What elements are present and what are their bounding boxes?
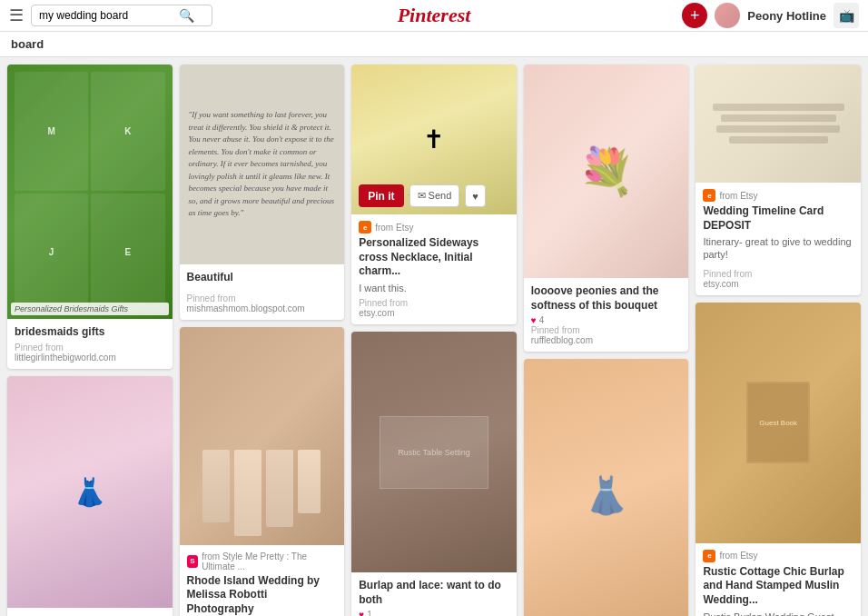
main-content: M K J E Personalized Bridesmaids Gifts b…: [0, 57, 868, 616]
etsy-badge: e: [359, 221, 371, 233]
source-from: from Etsy: [719, 551, 757, 561]
source-from: from Style Me Pretty : The Ultimate ...: [202, 551, 337, 571]
pin-source-row: e from Etsy: [703, 550, 853, 562]
notification-icon[interactable]: 📺: [833, 3, 859, 28]
pin-body: e from Etsy Personalized Sideways cross …: [351, 214, 517, 324]
pin-it-button[interactable]: Pin it: [359, 184, 403, 207]
pin-desc: I want this.: [359, 282, 509, 294]
pin-source-label: Pinned from: [187, 293, 338, 303]
pin-title: Beautiful: [187, 271, 338, 285]
avatar: [715, 3, 740, 28]
pin-source-label: Pinned from: [703, 269, 853, 279]
pin-source-row: e from Etsy: [359, 221, 509, 233]
pin-body: Burlap and lace: want to do both ♥ 1 Pin…: [351, 572, 517, 616]
pin-card[interactable]: M K J E Personalized Bridesmaids Gifts b…: [7, 65, 173, 369]
pin-title: Wedding Timeline Card DEPOSIT: [703, 204, 853, 233]
hamburger-icon[interactable]: ☰: [9, 5, 24, 25]
pin-image: M K J E Personalized Bridesmaids Gifts: [7, 65, 173, 319]
pin-action-overlay: Pin it ✉ Send ♥: [359, 184, 486, 207]
search-input[interactable]: [39, 9, 175, 22]
column-2: "If you want something to last forever, …: [180, 65, 345, 616]
pin-card[interactable]: Rustic Table Setting Burlap and lace: wa…: [351, 332, 517, 616]
source-from: from Etsy: [719, 191, 757, 201]
pin-desc: Rustic Burlap Wedding Guest Book by ORom…: [703, 611, 853, 616]
header: ☰ 🔍 Pinterest + Peony Hotline 📺: [0, 0, 868, 32]
like-button[interactable]: ♥: [465, 184, 486, 207]
pin-source-url: etsy.com: [703, 279, 853, 289]
pin-title: Personalized Sideways cross Necklace, In…: [359, 236, 509, 279]
pin-source-label: Pinned from: [15, 343, 165, 353]
pin-card[interactable]: S from Style Me Pretty : The Ultimate ..…: [180, 327, 345, 616]
column-1: M K J E Personalized Bridesmaids Gifts b…: [7, 65, 173, 616]
header-right: + Peony Hotline 📺: [682, 3, 859, 28]
heart-row: ♥ 1: [359, 610, 509, 616]
board-title-bar: board: [0, 32, 868, 57]
pin-body: S from Style Me Pretty : The Ultimate ..…: [180, 545, 345, 616]
pin-body: Beautiful Pinned from mishmashmom.blogsp…: [180, 264, 345, 320]
column-4: 💐 loooove peonies and the softness of th…: [524, 65, 689, 616]
heart-count: 4: [539, 315, 545, 325]
source-badge: S: [187, 555, 199, 568]
pin-title: loooove peonies and the softness of this…: [531, 284, 682, 313]
pin-body: e from Etsy Wedding Timeline Card DEPOSI…: [695, 183, 861, 295]
quote-image: "If you want something to last forever, …: [180, 65, 345, 264]
pin-image: 👗: [7, 376, 173, 608]
pin-body: bridesmaids gifts Pinned from littlegirl…: [7, 319, 173, 369]
pin-body: loooove peonies and the softness of this…: [524, 278, 689, 352]
source-from: from Etsy: [375, 223, 413, 233]
board-title: board: [11, 37, 44, 51]
heart-count: 1: [367, 610, 372, 616]
pin-image: [180, 327, 345, 545]
etsy-badge: e: [703, 189, 715, 202]
heart-icon: ♥: [531, 315, 537, 325]
pin-card[interactable]: 💐 loooove peonies and the softness of th…: [524, 65, 689, 352]
pin-card[interactable]: "If you want something to last forever, …: [180, 65, 345, 320]
pin-source-url: ruffledblog.com: [531, 335, 682, 345]
heart-icon: ♥: [359, 610, 364, 616]
heart-row: ♥ 4: [531, 315, 682, 325]
pin-image: Guest Book: [695, 303, 861, 543]
pin-title: bridesmaids gifts: [15, 325, 165, 340]
column-3: ✝ Pin it ✉ Send ♥ e from Etsy Personaliz…: [351, 65, 517, 616]
pin-card[interactable]: Guest Book e from Etsy Rustic Cottage Ch…: [695, 303, 861, 616]
pin-title: Burlap and lace: want to do both: [359, 579, 509, 607]
pin-source-url: etsy.com: [359, 308, 509, 318]
pinterest-logo: Pinterest: [398, 4, 471, 27]
pin-body: e from Etsy Rustic Cottage Chic Burlap a…: [695, 543, 861, 616]
pin-image: Rustic Table Setting: [351, 332, 517, 572]
pin-image: 👗: [524, 359, 689, 616]
pin-source-row: e from Etsy: [703, 189, 853, 202]
pin-card[interactable]: e from Etsy Wedding Timeline Card DEPOSI…: [695, 65, 861, 295]
pin-source-label: Pinned from: [531, 325, 682, 335]
pin-title: Rustic Cottage Chic Burlap and Hand Stam…: [703, 565, 853, 608]
pin-card[interactable]: ✝ Pin it ✉ Send ♥ e from Etsy Personaliz…: [351, 65, 517, 324]
pin-card[interactable]: 👗 Bridesmaid dressed Pinned from wanelo.…: [524, 359, 689, 616]
send-button[interactable]: ✉ Send: [409, 184, 460, 207]
pin-source-label: Pinned from: [359, 298, 509, 308]
search-icon: 🔍: [179, 8, 194, 23]
pin-source-url: littlegirlinthebigworld.com: [15, 353, 165, 363]
pin-source-url: mishmashmom.blogspot.com: [187, 303, 338, 313]
add-pin-button[interactable]: +: [682, 3, 707, 28]
pin-card[interactable]: 👗 Would be a cute graduation dress Pinne…: [7, 376, 173, 616]
pin-body: Would be a cute graduation dress Pinned …: [7, 608, 173, 616]
pin-source-row: S from Style Me Pretty : The Ultimate ..…: [187, 551, 338, 571]
pin-image: "If you want something to last forever, …: [180, 65, 345, 264]
pin-image: 💐: [524, 65, 689, 278]
search-bar[interactable]: 🔍: [31, 5, 212, 26]
etsy-badge: e: [703, 550, 715, 562]
pin-image: ✝ Pin it ✉ Send ♥: [351, 65, 517, 214]
user-name[interactable]: Peony Hotline: [747, 9, 826, 23]
column-5: e from Etsy Wedding Timeline Card DEPOSI…: [695, 65, 861, 616]
pin-image: [695, 65, 861, 183]
pin-desc: Itinerary- great to give to wedding part…: [703, 235, 853, 262]
pin-title: Rhode Island Wedding by Melissa Robotti …: [187, 574, 338, 616]
